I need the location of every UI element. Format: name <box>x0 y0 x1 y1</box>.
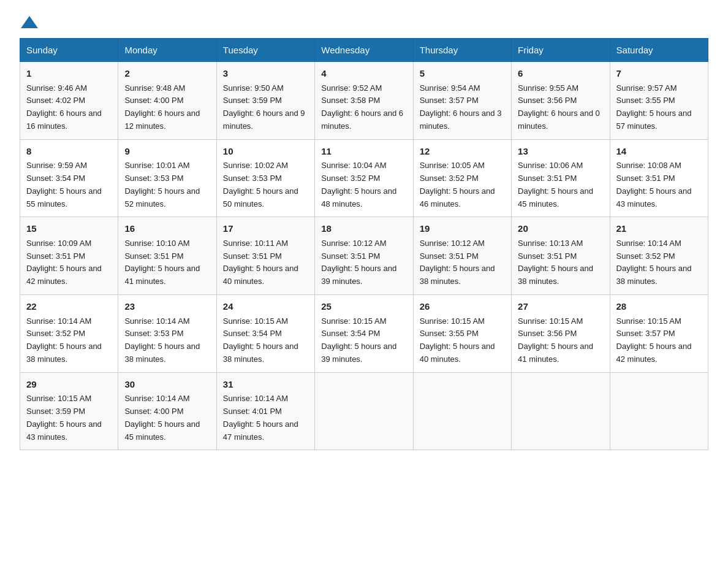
day-info: Sunrise: 10:08 AMSunset: 3:51 PMDaylight… <box>616 161 692 208</box>
day-number: 24 <box>223 300 308 314</box>
day-info: Sunrise: 10:06 AMSunset: 3:51 PMDaylight… <box>518 161 593 208</box>
calendar-cell: 15 Sunrise: 10:09 AMSunset: 3:51 PMDayli… <box>20 217 118 295</box>
day-number: 13 <box>518 145 603 159</box>
calendar-cell: 30 Sunrise: 10:14 AMSunset: 4:00 PMDayli… <box>118 372 216 450</box>
calendar-cell <box>610 372 708 450</box>
day-info: Sunrise: 9:57 AMSunset: 3:55 PMDaylight:… <box>616 83 692 131</box>
day-info: Sunrise: 10:15 AMSunset: 3:56 PMDaylight… <box>518 316 593 364</box>
day-number: 20 <box>518 222 603 236</box>
calendar-cell: 13 Sunrise: 10:06 AMSunset: 3:51 PMDayli… <box>512 139 610 217</box>
day-info: Sunrise: 10:14 AMSunset: 3:53 PMDaylight… <box>124 316 200 364</box>
day-info: Sunrise: 10:15 AMSunset: 3:55 PMDaylight… <box>420 316 495 364</box>
day-number: 10 <box>223 145 308 159</box>
day-info: Sunrise: 10:15 AMSunset: 3:59 PMDaylight… <box>26 394 102 441</box>
day-number: 19 <box>420 222 505 236</box>
calendar-cell <box>512 372 610 450</box>
day-of-week-header: Thursday <box>413 39 511 62</box>
day-number: 18 <box>321 222 406 236</box>
calendar-cell: 31 Sunrise: 10:14 AMSunset: 4:01 PMDayli… <box>216 372 314 450</box>
day-number: 12 <box>420 145 505 159</box>
day-number: 14 <box>616 145 702 159</box>
day-number: 6 <box>518 67 603 81</box>
day-info: Sunrise: 9:59 AMSunset: 3:54 PMDaylight:… <box>26 161 102 208</box>
calendar-cell: 29 Sunrise: 10:15 AMSunset: 3:59 PMDayli… <box>20 372 118 450</box>
day-number: 26 <box>420 300 505 314</box>
calendar-week-row: 22 Sunrise: 10:14 AMSunset: 3:52 PMDayli… <box>20 295 708 373</box>
calendar-cell: 8 Sunrise: 9:59 AMSunset: 3:54 PMDayligh… <box>20 139 118 217</box>
day-number: 3 <box>223 67 308 81</box>
day-info: Sunrise: 10:02 AMSunset: 3:53 PMDaylight… <box>223 161 298 208</box>
day-info: Sunrise: 10:14 AMSunset: 3:52 PMDaylight… <box>26 316 102 364</box>
calendar-cell: 16 Sunrise: 10:10 AMSunset: 3:51 PMDayli… <box>118 217 216 295</box>
day-info: Sunrise: 10:11 AMSunset: 3:51 PMDaylight… <box>223 239 298 286</box>
calendar-cell: 3 Sunrise: 9:50 AMSunset: 3:59 PMDayligh… <box>216 62 314 140</box>
calendar-cell: 9 Sunrise: 10:01 AMSunset: 3:53 PMDaylig… <box>118 139 216 217</box>
calendar-cell: 22 Sunrise: 10:14 AMSunset: 3:52 PMDayli… <box>20 295 118 373</box>
day-number: 15 <box>26 222 112 236</box>
day-number: 27 <box>518 300 603 314</box>
calendar-cell <box>315 372 413 450</box>
calendar-week-row: 15 Sunrise: 10:09 AMSunset: 3:51 PMDayli… <box>20 217 708 295</box>
calendar-cell: 21 Sunrise: 10:14 AMSunset: 3:52 PMDayli… <box>610 217 708 295</box>
day-number: 25 <box>321 300 406 314</box>
calendar-cell: 24 Sunrise: 10:15 AMSunset: 3:54 PMDayli… <box>216 295 314 373</box>
day-number: 8 <box>26 145 112 159</box>
day-info: Sunrise: 10:14 AMSunset: 4:01 PMDaylight… <box>223 394 298 441</box>
day-number: 30 <box>124 378 210 392</box>
day-number: 16 <box>124 222 210 236</box>
day-info: Sunrise: 9:50 AMSunset: 3:59 PMDaylight:… <box>223 83 305 131</box>
day-info: Sunrise: 9:48 AMSunset: 4:00 PMDaylight:… <box>124 83 200 131</box>
calendar-cell: 1 Sunrise: 9:46 AMSunset: 4:02 PMDayligh… <box>20 62 118 140</box>
day-number: 7 <box>616 67 702 81</box>
day-info: Sunrise: 10:12 AMSunset: 3:51 PMDaylight… <box>321 239 396 286</box>
day-number: 31 <box>223 378 308 392</box>
calendar-cell: 18 Sunrise: 10:12 AMSunset: 3:51 PMDayli… <box>315 217 413 295</box>
day-number: 17 <box>223 222 308 236</box>
day-number: 1 <box>26 67 112 81</box>
day-number: 9 <box>124 145 210 159</box>
day-number: 11 <box>321 145 406 159</box>
day-number: 5 <box>420 67 505 81</box>
day-number: 4 <box>321 67 406 81</box>
day-number: 22 <box>26 300 112 314</box>
calendar-cell: 25 Sunrise: 10:15 AMSunset: 3:54 PMDayli… <box>315 295 413 373</box>
logo <box>20 15 38 27</box>
day-info: Sunrise: 9:46 AMSunset: 4:02 PMDaylight:… <box>26 83 102 131</box>
day-info: Sunrise: 10:10 AMSunset: 3:51 PMDaylight… <box>124 239 200 286</box>
day-info: Sunrise: 10:05 AMSunset: 3:52 PMDaylight… <box>420 161 495 208</box>
day-info: Sunrise: 9:54 AMSunset: 3:57 PMDaylight:… <box>420 83 502 131</box>
day-number: 28 <box>616 300 702 314</box>
calendar-cell: 5 Sunrise: 9:54 AMSunset: 3:57 PMDayligh… <box>413 62 511 140</box>
day-of-week-header: Friday <box>512 39 610 62</box>
day-of-week-header: Saturday <box>610 39 708 62</box>
day-info: Sunrise: 10:14 AMSunset: 3:52 PMDaylight… <box>616 239 692 286</box>
calendar-cell <box>413 372 511 450</box>
day-of-week-header: Monday <box>118 39 216 62</box>
calendar-cell: 2 Sunrise: 9:48 AMSunset: 4:00 PMDayligh… <box>118 62 216 140</box>
calendar-cell: 28 Sunrise: 10:15 AMSunset: 3:57 PMDayli… <box>610 295 708 373</box>
calendar-cell: 20 Sunrise: 10:13 AMSunset: 3:51 PMDayli… <box>512 217 610 295</box>
day-info: Sunrise: 10:15 AMSunset: 3:54 PMDaylight… <box>321 316 396 364</box>
calendar-week-row: 29 Sunrise: 10:15 AMSunset: 3:59 PMDayli… <box>20 372 708 450</box>
day-info: Sunrise: 9:52 AMSunset: 3:58 PMDaylight:… <box>321 83 403 131</box>
calendar-cell: 6 Sunrise: 9:55 AMSunset: 3:56 PMDayligh… <box>512 62 610 140</box>
day-info: Sunrise: 10:15 AMSunset: 3:54 PMDaylight… <box>223 316 298 364</box>
calendar-week-row: 8 Sunrise: 9:59 AMSunset: 3:54 PMDayligh… <box>20 139 708 217</box>
calendar-cell: 23 Sunrise: 10:14 AMSunset: 3:53 PMDayli… <box>118 295 216 373</box>
calendar-cell: 14 Sunrise: 10:08 AMSunset: 3:51 PMDayli… <box>610 139 708 217</box>
day-info: Sunrise: 10:04 AMSunset: 3:52 PMDaylight… <box>321 161 396 208</box>
day-info: Sunrise: 10:14 AMSunset: 4:00 PMDaylight… <box>124 394 200 441</box>
logo-arrow-icon <box>21 16 38 28</box>
calendar-cell: 11 Sunrise: 10:04 AMSunset: 3:52 PMDayli… <box>315 139 413 217</box>
page-header <box>20 15 708 27</box>
day-number: 21 <box>616 222 702 236</box>
calendar-cell: 17 Sunrise: 10:11 AMSunset: 3:51 PMDayli… <box>216 217 314 295</box>
day-info: Sunrise: 10:09 AMSunset: 3:51 PMDaylight… <box>26 239 102 286</box>
day-info: Sunrise: 10:01 AMSunset: 3:53 PMDaylight… <box>124 161 200 208</box>
day-number: 29 <box>26 378 112 392</box>
calendar-cell: 19 Sunrise: 10:12 AMSunset: 3:51 PMDayli… <box>413 217 511 295</box>
calendar-cell: 7 Sunrise: 9:57 AMSunset: 3:55 PMDayligh… <box>610 62 708 140</box>
day-of-week-header: Tuesday <box>216 39 314 62</box>
day-of-week-header: Wednesday <box>315 39 413 62</box>
day-number: 2 <box>124 67 210 81</box>
